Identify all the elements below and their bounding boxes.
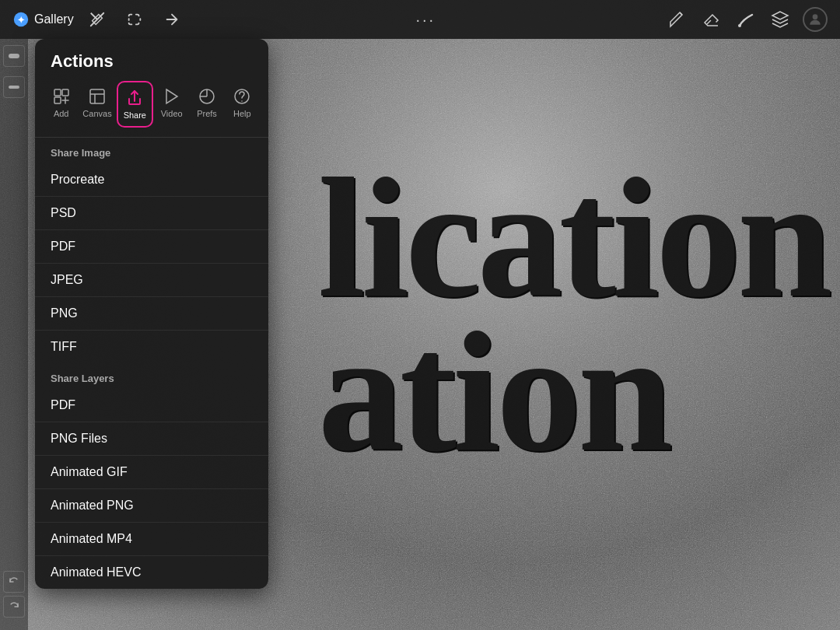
- share-icon: [125, 89, 144, 107]
- tab-prefs-label: Prefs: [197, 109, 217, 118]
- share-png-item[interactable]: PNG: [35, 297, 268, 331]
- layers-icon: [771, 10, 789, 29]
- tab-share[interactable]: Share: [117, 81, 153, 128]
- share-animated-gif-item[interactable]: Animated GIF: [35, 456, 268, 489]
- share-png-files-item[interactable]: PNG Files: [35, 422, 268, 456]
- redo-button[interactable]: [3, 596, 25, 618]
- gallery-button[interactable]: ✦ Gallery: [12, 11, 74, 28]
- share-animated-png-item[interactable]: Animated PNG: [35, 489, 268, 523]
- tab-share-label: Share: [124, 110, 146, 120]
- share-psd-item[interactable]: PSD: [35, 197, 268, 230]
- tab-canvas[interactable]: Canvas: [79, 81, 114, 128]
- left-sidebar: [0, 39, 28, 630]
- canvas-tab-icon: [88, 87, 107, 106]
- selection-icon: [126, 11, 143, 28]
- share-pdf-image-item[interactable]: PDF: [35, 230, 268, 264]
- share-image-section-header: Share Image: [35, 138, 268, 163]
- gallery-label: Gallery: [34, 12, 74, 26]
- tab-canvas-label: Canvas: [82, 109, 111, 118]
- eraser-icon: [702, 10, 721, 29]
- share-tiff-item[interactable]: TIFF: [35, 331, 268, 363]
- svg-rect-5: [9, 86, 19, 89]
- undo-icon: [9, 576, 19, 587]
- tab-video-label: Video: [161, 109, 183, 118]
- share-tab-icon: [125, 89, 144, 107]
- share-layers-pdf-item[interactable]: PDF: [35, 389, 268, 422]
- dots-label: ···: [416, 11, 436, 28]
- opacity-icon: [9, 82, 19, 93]
- share-layers-menu: PDF PNG Files Animated GIF Animated PNG …: [35, 389, 268, 589]
- help-icon: [233, 87, 251, 106]
- more-options-button[interactable]: ···: [416, 11, 436, 29]
- tab-help-label: Help: [233, 109, 251, 118]
- svg-rect-8: [54, 97, 61, 103]
- eraser-tool-button[interactable]: [700, 8, 723, 31]
- selection-button[interactable]: [121, 5, 149, 33]
- prefs-icon: [198, 87, 216, 106]
- transform-button[interactable]: [158, 5, 186, 33]
- procreate-icon: ✦: [12, 11, 30, 28]
- pen-tool-button[interactable]: [666, 8, 689, 31]
- tab-help[interactable]: Help: [226, 81, 259, 128]
- canvas-icon: [88, 87, 107, 106]
- share-animated-hevc-item[interactable]: Animated HEVC: [35, 556, 268, 589]
- brush-size-tool[interactable]: [3, 45, 25, 67]
- share-animated-mp4-item[interactable]: Animated MP4: [35, 523, 268, 556]
- svg-rect-9: [90, 89, 104, 103]
- layers-button[interactable]: [768, 8, 792, 31]
- opacity-tool[interactable]: [3, 76, 25, 98]
- add-icon: [52, 87, 71, 106]
- share-layers-section-header: Share Layers: [35, 363, 268, 389]
- smudge-tool-button[interactable]: [734, 8, 758, 31]
- tab-video[interactable]: Video: [155, 81, 188, 128]
- svg-point-2: [738, 24, 741, 27]
- svg-marker-10: [166, 89, 177, 103]
- modify-button[interactable]: [83, 5, 111, 33]
- svg-rect-7: [62, 89, 68, 96]
- top-navigation-bar: ✦ Gallery ···: [0, 0, 840, 39]
- avatar-icon: [807, 12, 823, 27]
- add-tab-icon: [52, 87, 71, 106]
- tab-add[interactable]: Add: [44, 81, 78, 128]
- actions-title: Actions: [35, 39, 268, 81]
- svg-point-13: [242, 100, 243, 102]
- svg-text:✦: ✦: [17, 15, 25, 26]
- transform-icon: [163, 11, 180, 28]
- smudge-icon: [737, 10, 755, 29]
- actions-panel: Actions Add Canvas: [35, 39, 268, 589]
- share-jpeg-item[interactable]: JPEG: [35, 264, 268, 297]
- share-image-menu: Procreate PSD PDF JPEG PNG TIFF: [35, 163, 268, 363]
- undo-button[interactable]: [3, 571, 25, 593]
- video-tab-icon: [163, 87, 181, 106]
- help-tab-icon: [233, 87, 251, 106]
- canvas-artwork-text: lication ation: [318, 161, 829, 469]
- brush-size-icon: [9, 51, 19, 61]
- redo-icon: [9, 601, 19, 612]
- share-procreate-item[interactable]: Procreate: [35, 163, 268, 197]
- user-avatar[interactable]: [803, 7, 828, 32]
- svg-rect-6: [54, 89, 61, 96]
- tab-add-label: Add: [54, 109, 69, 118]
- prefs-tab-icon: [198, 87, 216, 106]
- svg-point-3: [813, 14, 818, 19]
- tab-prefs[interactable]: Prefs: [190, 81, 223, 128]
- actions-tabs: Add Canvas Share: [35, 81, 268, 137]
- modify-icon: [89, 11, 106, 28]
- svg-rect-4: [9, 54, 19, 58]
- pen-icon: [668, 10, 687, 29]
- video-icon: [163, 87, 181, 106]
